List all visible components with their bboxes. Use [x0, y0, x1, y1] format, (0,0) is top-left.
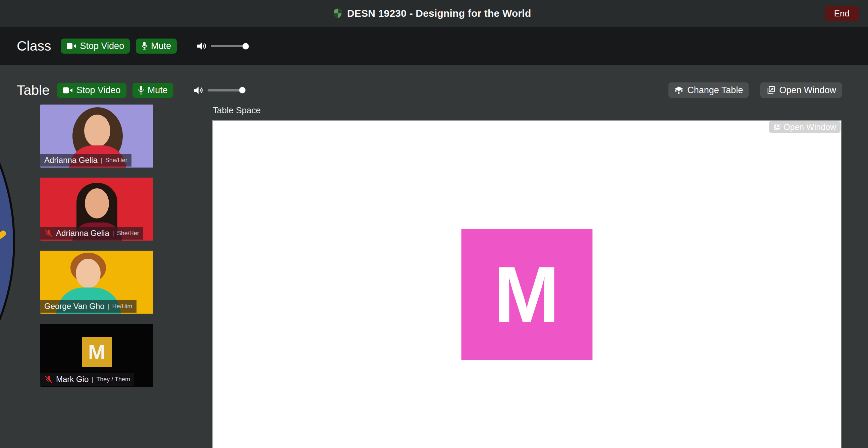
class-label: Class [17, 38, 51, 54]
page-title: DESN 19230 - Designing for the World [347, 8, 531, 19]
participant-nametag: Mark Gio | They / Them [40, 373, 134, 386]
avatar-letter: M [88, 340, 106, 364]
open-window-button[interactable]: Open Window [760, 82, 842, 98]
open-window-icon [766, 85, 775, 95]
participant-name: George Van Gho [44, 302, 105, 311]
class-control-bar: Class Stop Video Mute [0, 27, 868, 65]
participant-pronouns: She/Her [117, 230, 139, 237]
class-mute-label: Mute [151, 41, 171, 51]
person-illustration [76, 259, 101, 288]
person-illustration [85, 188, 109, 218]
participant-tile[interactable]: Adrianna Gelia | She/Her [40, 178, 153, 241]
session-title-group: DESN 19230 - Designing for the World [333, 0, 531, 27]
table-stop-video-button[interactable]: Stop Video [57, 83, 126, 98]
class-volume-control [196, 41, 246, 50]
mic-off-icon [44, 229, 53, 238]
open-window-icon [773, 123, 781, 131]
participant-pronouns: He/Him [112, 303, 132, 310]
workspace-tile-letter: M [494, 255, 560, 334]
table-stop-video-label: Stop Video [76, 85, 121, 96]
video-camera-icon [66, 42, 76, 49]
decor-yellow-mark [0, 230, 7, 242]
participant-avatar: M [82, 337, 112, 367]
table-space-label: Table Space [213, 105, 260, 115]
microphone-icon [138, 86, 144, 95]
nametag-separator: | [108, 303, 109, 310]
table-volume-knob[interactable] [239, 87, 246, 94]
table-label: Table [17, 82, 50, 98]
participant-nametag: George Van Gho | He/Him [40, 300, 136, 313]
participant-list: Adrianna Gelia | She/Her Adrianna Gelia … [40, 105, 153, 397]
nametag-separator: | [112, 230, 114, 237]
class-volume-knob[interactable] [243, 43, 249, 49]
participant-tile[interactable]: Adrianna Gelia | She/Her [40, 105, 153, 168]
shield-icon [333, 8, 342, 19]
end-session-button[interactable]: End [825, 6, 859, 21]
table-control-bar: Table Stop Video Mute [0, 82, 868, 98]
table-volume-slider[interactable] [208, 89, 243, 92]
microphone-icon [142, 41, 147, 50]
class-stop-video-label: Stop Video [80, 41, 124, 51]
class-volume-slider[interactable] [211, 45, 246, 47]
participant-nametag: Adrianna Gelia | She/Her [40, 227, 143, 240]
table-volume-control [193, 86, 243, 95]
nametag-separator: | [92, 376, 93, 383]
table-bar-actions: Change Table Open Window [669, 82, 842, 98]
change-table-label: Change Table [687, 85, 743, 96]
class-mute-button[interactable]: Mute [136, 38, 177, 54]
participant-tile[interactable]: George Van Gho | He/Him [40, 251, 153, 314]
speaker-icon[interactable] [196, 41, 208, 50]
open-window-label: Open Window [779, 85, 836, 96]
nametag-separator: | [101, 157, 102, 164]
participant-nametag: Adrianna Gelia | She/Her [40, 154, 131, 167]
class-stop-video-button[interactable]: Stop Video [61, 38, 130, 54]
table-3d-icon [674, 86, 684, 95]
participant-pronouns: She/Her [105, 157, 127, 164]
canvas-open-window-button[interactable]: Open Window [769, 121, 840, 133]
speaker-icon[interactable] [193, 86, 204, 95]
canvas-open-window-label: Open Window [783, 122, 836, 132]
participant-pronouns: They / Them [96, 376, 130, 383]
mic-off-icon [44, 375, 53, 384]
participant-name: Adrianna Gelia [44, 156, 98, 165]
change-table-button[interactable]: Change Table [669, 82, 749, 98]
table-mute-button[interactable]: Mute [132, 83, 174, 98]
title-bar: DESN 19230 - Designing for the World End [0, 0, 868, 27]
table-space-canvas[interactable]: Open Window M [212, 120, 841, 448]
participant-name: Mark Gio [56, 375, 89, 384]
video-camera-icon [63, 87, 73, 94]
workspace-object-tile[interactable]: M [461, 229, 592, 360]
person-illustration [84, 114, 110, 147]
table-mute-label: Mute [148, 85, 168, 96]
participant-name: Adrianna Gelia [56, 229, 109, 238]
participant-tile[interactable]: M Mark Gio | They / Them [40, 324, 153, 387]
